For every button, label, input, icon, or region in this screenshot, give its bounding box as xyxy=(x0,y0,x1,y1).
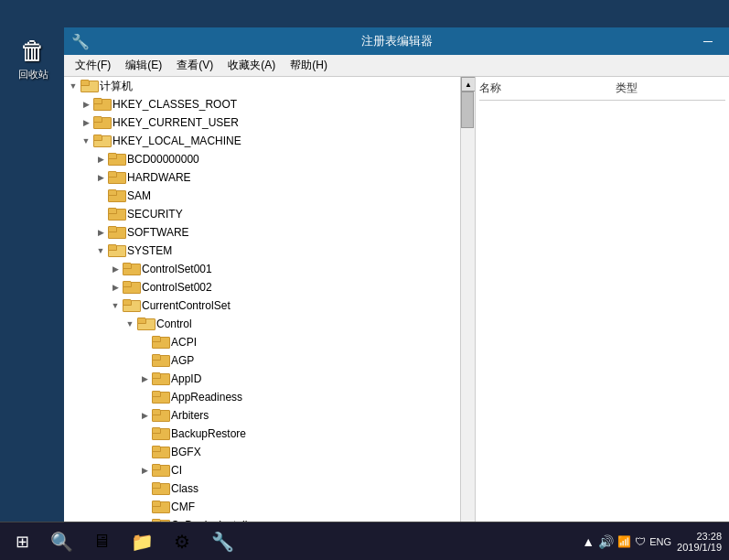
software-label: SOFTWARE xyxy=(127,226,189,239)
expand-hardware[interactable]: ▶ xyxy=(93,170,108,185)
expand-system[interactable]: ▼ xyxy=(93,243,108,258)
folder-icon-sam xyxy=(108,189,124,202)
menu-favorites[interactable]: 收藏夹(A) xyxy=(220,56,283,75)
start-button[interactable]: ⊞ xyxy=(4,524,40,559)
tray-audio-icon[interactable]: 🔊 xyxy=(598,534,614,549)
appreadiness-label: AppReadiness xyxy=(171,391,242,404)
recycle-bin-label: 回收站 xyxy=(18,68,48,81)
scroll-up-arrow[interactable]: ▲ xyxy=(461,77,476,92)
folder-icon-hkcr xyxy=(93,98,110,111)
appid-label: AppID xyxy=(171,372,201,385)
taskbar-app-3[interactable]: ⚙ xyxy=(163,524,201,559)
cs002-label: ControlSet002 xyxy=(142,281,212,294)
arbiters-label: Arbiters xyxy=(171,409,209,422)
expand-hkcr[interactable]: ▶ xyxy=(79,97,93,112)
hkcr-label: HKEY_CLASSES_ROOT xyxy=(113,98,237,111)
tree-content[interactable]: ▼ 计算机 ▶ HKEY_CLASSES_ROOT ▶ xyxy=(64,77,460,549)
tree-node-class[interactable]: Class xyxy=(64,479,460,498)
tree-node-ccs[interactable]: ▼ CurrentControlSet xyxy=(64,296,460,315)
windows-logo-icon: ⊞ xyxy=(16,532,29,552)
taskbar-icon-folder: 📁 xyxy=(131,531,154,553)
root-label: 计算机 xyxy=(100,79,133,94)
folder-icon-cs002 xyxy=(123,281,139,294)
folder-icon-acpi xyxy=(152,336,168,349)
tree-node-security[interactable]: ▶ SECURITY xyxy=(64,205,460,223)
expand-appid[interactable]: ▶ xyxy=(137,372,152,386)
tree-node-appreadiness[interactable]: AppReadiness xyxy=(64,388,460,406)
col-name-header: 名称 xyxy=(479,81,616,96)
expand-root[interactable]: ▼ xyxy=(66,79,80,93)
scroll-track[interactable] xyxy=(461,92,475,534)
ci-label: CI xyxy=(171,464,182,477)
tray-up-arrow[interactable]: ▲ xyxy=(582,534,595,549)
folder-icon-backuprestore xyxy=(152,427,168,440)
tree-node-hklm[interactable]: ▼ HKEY_LOCAL_MACHINE xyxy=(64,132,460,150)
tree-node-root[interactable]: ▼ 计算机 xyxy=(64,77,460,95)
taskbar-app-0[interactable]: 🔍 xyxy=(42,524,80,559)
tree-node-appid[interactable]: ▶ AppID xyxy=(64,370,460,388)
tree-scrollbar[interactable]: ▲ ▼ xyxy=(460,77,475,549)
expand-software[interactable]: ▶ xyxy=(93,225,108,240)
menu-view[interactable]: 查看(V) xyxy=(169,56,220,75)
expand-bcd[interactable]: ▶ xyxy=(93,152,108,167)
taskbar-app-4[interactable]: 🔧 xyxy=(203,524,241,559)
scroll-thumb[interactable] xyxy=(461,92,474,128)
expand-ci[interactable]: ▶ xyxy=(137,463,152,478)
tree-node-hkcr[interactable]: ▶ HKEY_CLASSES_ROOT xyxy=(64,95,460,113)
tree-node-hardware[interactable]: ▶ HARDWARE xyxy=(64,168,460,187)
hklm-label: HKEY_LOCAL_MACHINE xyxy=(113,135,241,147)
tree-node-acpi[interactable]: ACPI xyxy=(64,333,460,351)
cs001-label: ControlSet001 xyxy=(142,263,212,275)
bgfx-label: BGFX xyxy=(171,446,201,458)
cmf-label: CMF xyxy=(171,501,195,513)
tray-lang[interactable]: ENG xyxy=(649,536,671,547)
agp-label: AGP xyxy=(171,354,194,367)
taskbar-clock[interactable]: 23:28 2019/1/19 xyxy=(677,531,722,553)
menu-bar: 文件(F) 编辑(E) 查看(V) 收藏夹(A) 帮助(H) xyxy=(64,55,729,77)
tray-icons: ▲ 🔊 📶 🛡 ENG xyxy=(582,534,671,549)
tree-node-agp[interactable]: AGP xyxy=(64,351,460,370)
expand-cs001[interactable]: ▶ xyxy=(108,262,123,276)
tree-node-control[interactable]: ▼ Control xyxy=(64,315,460,333)
expand-cs002[interactable]: ▶ xyxy=(108,280,123,295)
tree-node-cmf[interactable]: CMF xyxy=(64,498,460,516)
tree-node-ci[interactable]: ▶ CI xyxy=(64,461,460,479)
tree-node-cs002[interactable]: ▶ ControlSet002 xyxy=(64,278,460,296)
expand-arbiters[interactable]: ▶ xyxy=(137,408,152,423)
security-label: SECURITY xyxy=(127,208,183,221)
menu-help[interactable]: 帮助(H) xyxy=(283,56,335,75)
tree-node-software[interactable]: ▶ SOFTWARE xyxy=(64,223,460,242)
acpi-label: ACPI xyxy=(171,336,197,349)
tree-node-hkcu[interactable]: ▶ HKEY_CURRENT_USER xyxy=(64,113,460,132)
taskbar-app-1[interactable]: 🖥 xyxy=(82,524,121,559)
folder-icon-control xyxy=(137,318,154,330)
tree-node-bcd[interactable]: ▶ BCD00000000 xyxy=(64,150,460,168)
hardware-label: HARDWARE xyxy=(127,171,191,184)
tree-node-backuprestore[interactable]: BackupRestore xyxy=(64,425,460,443)
expand-hkcu[interactable]: ▶ xyxy=(79,115,93,130)
tree-node-arbiters[interactable]: ▶ Arbiters xyxy=(64,406,460,425)
menu-file[interactable]: 文件(F) xyxy=(68,56,118,75)
taskbar-app-2[interactable]: 📁 xyxy=(123,524,161,559)
tree-node-system[interactable]: ▼ SYSTEM xyxy=(64,242,460,260)
minimize-button[interactable]: ─ xyxy=(687,27,729,55)
tree-node-bgfx[interactable]: BGFX xyxy=(64,443,460,461)
folder-icon-root xyxy=(80,80,97,92)
folder-icon-software xyxy=(108,226,124,239)
tree-node-cs001[interactable]: ▶ ControlSet001 xyxy=(64,260,460,278)
right-panel-header: 名称 类型 xyxy=(479,81,725,101)
expand-ccs[interactable]: ▼ xyxy=(108,298,123,313)
bcd-label: BCD00000000 xyxy=(127,153,199,166)
expand-hklm[interactable]: ▼ xyxy=(79,134,93,148)
tray-network-icon[interactable]: 📶 xyxy=(617,535,631,548)
tree-node-sam[interactable]: ▶ SAM xyxy=(64,187,460,205)
menu-edit[interactable]: 编辑(E) xyxy=(118,56,169,75)
expand-control[interactable]: ▼ xyxy=(123,317,137,331)
resize-handle[interactable] xyxy=(724,77,729,483)
col-type-header: 类型 xyxy=(616,81,725,96)
recycle-bin-icon[interactable]: 🗑 回收站 xyxy=(4,32,62,85)
recycle-bin-image: 🗑 xyxy=(20,36,46,66)
tray-safety-icon[interactable]: 🛡 xyxy=(635,535,646,548)
folder-icon-bcd xyxy=(108,153,124,166)
main-area: ▼ 计算机 ▶ HKEY_CLASSES_ROOT ▶ xyxy=(64,77,729,549)
